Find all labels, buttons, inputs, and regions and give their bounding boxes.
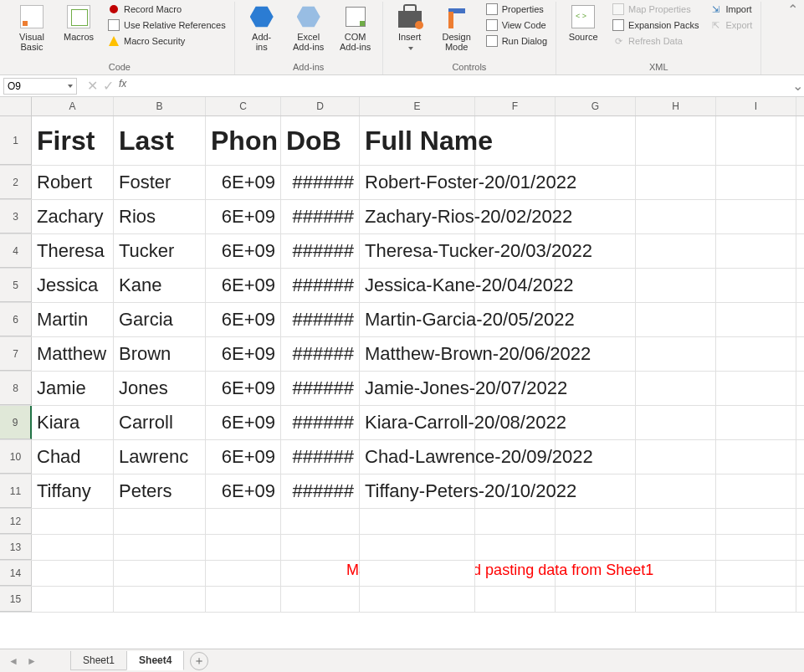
cell[interactable]: Chad [32,440,114,474]
cell[interactable]: Lawrenc [114,440,206,474]
row-header[interactable]: 11 [0,475,32,508]
cell[interactable]: 6E+09 [206,269,281,302]
cell[interactable] [636,269,716,302]
cell[interactable]: Tiffany [32,475,114,508]
cell[interactable] [556,561,636,586]
cell[interactable]: Kane [114,269,206,302]
cell[interactable]: 6E+09 [206,440,281,474]
cell[interactable]: ###### [281,234,360,268]
cell[interactable] [636,509,716,534]
cell[interactable]: 6E+09 [206,475,281,508]
cell[interactable] [716,440,796,474]
cell[interactable] [716,303,796,336]
col-header[interactable]: I [716,97,796,115]
cell[interactable] [556,535,636,560]
col-header[interactable]: G [556,97,636,115]
cell[interactable]: ###### [281,440,360,474]
cell[interactable] [716,166,796,199]
cell[interactable] [114,587,206,612]
row-header[interactable]: 14 [0,561,32,586]
source-button[interactable]: Source [561,2,605,44]
cell[interactable] [636,234,716,268]
cell[interactable]: DoB [281,116,360,165]
cell[interactable] [716,372,796,405]
cell[interactable] [32,561,114,586]
cell[interactable]: Jessica [32,269,114,302]
col-header[interactable]: D [281,97,360,115]
cell[interactable]: 6E+09 [206,200,281,233]
col-header[interactable]: F [475,97,556,115]
fx-icon[interactable]: fx [119,78,126,94]
view-code-button[interactable]: View Code [482,18,551,33]
cell[interactable] [716,509,796,534]
visual-basic-button[interactable]: Visual Basic [10,2,54,54]
row-header[interactable]: 10 [0,440,32,474]
cell[interactable]: Theresa [32,234,114,268]
cell[interactable]: ###### [281,406,360,439]
cell[interactable] [636,337,716,371]
cell[interactable]: 6E+09 [206,303,281,336]
map-properties-button[interactable]: Map Properties [608,2,702,17]
cell[interactable]: ###### [281,269,360,302]
name-box[interactable]: O9 [3,78,77,95]
cell[interactable] [475,509,556,534]
row-header[interactable]: 6 [0,303,32,336]
com-addins-button[interactable]: COM Add-ins [334,2,377,54]
tab-prev[interactable]: ◄ [5,655,22,667]
cell[interactable] [636,587,716,612]
col-header[interactable]: C [206,97,281,115]
cell[interactable] [636,406,716,439]
cell[interactable] [206,561,281,586]
row-header[interactable]: 1 [0,116,32,165]
col-header[interactable]: B [114,97,206,115]
cell[interactable] [281,535,360,560]
cell[interactable] [716,475,796,508]
cell[interactable] [556,587,636,612]
cell[interactable] [636,535,716,560]
col-header[interactable]: A [32,97,114,115]
enter-icon[interactable]: ✓ [103,78,114,94]
excel-addins-button[interactable]: Excel Add-ins [287,2,330,54]
cell[interactable]: Matthew [32,337,114,371]
cell[interactable]: Tiffany-Peters-20/10/2022 [360,475,475,508]
cell[interactable] [206,509,281,534]
cell[interactable]: ###### [281,475,360,508]
export-button[interactable]: ⇱ Export [705,18,755,33]
record-macro-button[interactable]: Record Macro [104,2,229,17]
cell[interactable] [636,475,716,508]
cell[interactable]: Carroll [114,406,206,439]
cell[interactable] [475,535,556,560]
cell[interactable] [636,116,716,165]
cell[interactable] [475,561,556,586]
cell[interactable]: Matthew-Brown-20/06/2022 [360,337,475,371]
design-mode-button[interactable]: Design Mode [435,2,479,54]
cell[interactable] [360,535,475,560]
cell[interactable]: Theresa-Tucker-20/03/2022 [360,234,475,268]
cell[interactable] [556,372,636,405]
formula-input[interactable] [133,78,791,95]
cell[interactable] [716,116,796,165]
cell[interactable]: 6E+09 [206,406,281,439]
cell[interactable]: 6E+09 [206,337,281,371]
cell[interactable] [32,587,114,612]
cell[interactable]: Brown [114,337,206,371]
cell[interactable]: ###### [281,166,360,199]
cell[interactable] [556,116,636,165]
tab-next[interactable]: ► [23,655,40,667]
cell[interactable] [636,561,716,586]
cell[interactable] [32,509,114,534]
cell[interactable]: Robert-Foster-20/01/2022 [360,166,475,199]
cell[interactable] [716,234,796,268]
cell[interactable]: Chad-Lawrence-20/09/2022 [360,440,475,474]
cell[interactable]: ###### [281,372,360,405]
col-header[interactable]: E [360,97,475,115]
properties-button[interactable]: Properties [482,2,551,17]
cell[interactable] [636,303,716,336]
cell[interactable] [475,587,556,612]
row-header[interactable]: 5 [0,269,32,302]
row-header[interactable]: 9 [0,406,32,439]
cell[interactable]: Full Name [360,116,475,165]
spreadsheet-grid[interactable]: A B C D E F G H I 1 First Last Phon DoB … [0,97,804,649]
select-all-corner[interactable] [0,97,32,115]
cell[interactable] [281,561,360,586]
